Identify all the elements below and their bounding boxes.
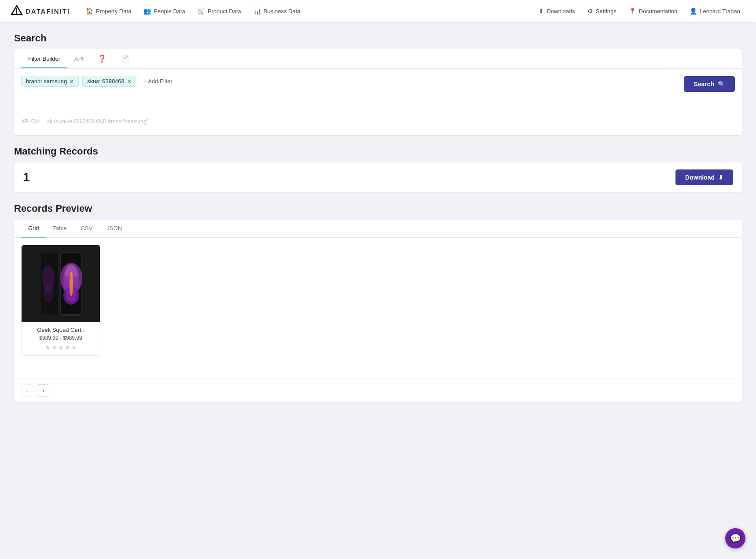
filter-brand: brand: samsung ✕ bbox=[21, 76, 79, 87]
help-icon[interactable]: ❓ bbox=[91, 49, 114, 68]
filter-skus-remove[interactable]: ✕ bbox=[127, 79, 132, 84]
search-card: Filter Builder API ❓ 📄 brand: samsung ✕ … bbox=[14, 49, 742, 135]
product-name: Geek Squad Cert.. bbox=[26, 327, 95, 333]
logo-text: DATAFINITI bbox=[26, 7, 70, 15]
preview-card: Grid Table CSV JSON bbox=[14, 220, 742, 402]
star-1: ★ bbox=[45, 344, 51, 351]
prev-page-button[interactable]: ‹ bbox=[21, 384, 33, 397]
download-nav-icon: ⬇ bbox=[539, 7, 544, 15]
search-button[interactable]: Search 🔍 bbox=[684, 76, 735, 92]
nav-business-data[interactable]: 📊 Business Data bbox=[248, 5, 306, 17]
product-card[interactable]: Geek Squad Cert.. $989.99 - $989.99 ★ ★ … bbox=[21, 245, 100, 356]
next-page-button[interactable]: › bbox=[37, 384, 49, 397]
filter-skus-label: skus: 6390468 bbox=[87, 78, 125, 85]
search-title: Search bbox=[14, 33, 742, 44]
next-page-icon: › bbox=[42, 387, 44, 394]
prev-page-icon: ‹ bbox=[26, 387, 29, 394]
nav-documentation[interactable]: 📍 Documentation bbox=[624, 5, 683, 17]
download-button[interactable]: Download ⬇ bbox=[675, 169, 733, 185]
records-preview-section: Records Preview Grid Table CSV JSON bbox=[14, 203, 742, 402]
star-4: ★ bbox=[65, 344, 70, 351]
home-icon: 🏠 bbox=[86, 7, 93, 15]
product-image-area bbox=[22, 245, 100, 322]
api-call-text: API CALL: skus.value:6390468 AND brand:"… bbox=[21, 118, 735, 128]
preview-body: Geek Squad Cert.. $989.99 - $989.99 ★ ★ … bbox=[14, 238, 742, 379]
document-icon[interactable]: 📄 bbox=[114, 49, 136, 68]
nav-product-data-label: Product Data bbox=[208, 8, 241, 15]
nav-property-data-label: Property Data bbox=[96, 8, 131, 15]
svg-point-12 bbox=[70, 272, 73, 296]
product-image bbox=[36, 250, 87, 318]
pagination: ‹ › bbox=[14, 379, 742, 402]
filter-skus: skus: 6390468 ✕ bbox=[82, 76, 136, 87]
chat-icon: 💬 bbox=[730, 533, 741, 544]
tab-grid[interactable]: Grid bbox=[21, 220, 46, 238]
filters-row-container: brand: samsung ✕ skus: 6390468 ✕ + Add F… bbox=[21, 76, 735, 92]
product-stars: ★ ★ ★ ★ ★ bbox=[26, 344, 95, 351]
nav-docs-label: Documentation bbox=[639, 8, 677, 15]
add-filter-button[interactable]: + Add Filter bbox=[140, 76, 176, 86]
search-button-label: Search bbox=[694, 81, 714, 88]
nav-product-data[interactable]: 🛒 Product Data bbox=[192, 5, 246, 17]
nav-property-data[interactable]: 🏠 Property Data bbox=[81, 5, 136, 17]
search-tabs: Filter Builder API ❓ 📄 bbox=[14, 49, 742, 69]
search-icon: 🔍 bbox=[718, 81, 725, 88]
filters-row: brand: samsung ✕ skus: 6390468 ✕ + Add F… bbox=[21, 76, 176, 87]
download-button-label: Download bbox=[685, 174, 715, 181]
matching-count: 1 bbox=[23, 170, 30, 184]
matching-records-title: Matching Records bbox=[14, 146, 742, 157]
main-nav: 🏠 Property Data 👥 People Data 🛒 Product … bbox=[81, 5, 533, 17]
tab-csv-label: CSV bbox=[81, 225, 93, 232]
nav-people-data[interactable]: 👥 People Data bbox=[138, 5, 191, 17]
nav-people-data-label: People Data bbox=[154, 8, 185, 15]
tab-csv[interactable]: CSV bbox=[74, 220, 100, 238]
logo-icon bbox=[11, 5, 23, 17]
nav-downloads[interactable]: ⬇ Downloads bbox=[533, 5, 580, 17]
tab-grid-label: Grid bbox=[28, 225, 39, 232]
nav-user-label: Leonard Trahan bbox=[700, 8, 740, 15]
preview-tabs: Grid Table CSV JSON bbox=[14, 220, 742, 238]
docs-icon: 📍 bbox=[629, 7, 636, 15]
star-2: ★ bbox=[51, 344, 57, 351]
logo[interactable]: DATAFINITI bbox=[11, 5, 70, 17]
people-icon: 👥 bbox=[143, 7, 151, 15]
chat-button[interactable]: 💬 bbox=[725, 528, 745, 548]
search-body: brand: samsung ✕ skus: 6390468 ✕ + Add F… bbox=[14, 69, 742, 135]
nav-downloads-label: Downloads bbox=[547, 8, 575, 15]
tab-json-label: JSON bbox=[106, 225, 122, 232]
product-grid: Geek Squad Cert.. $989.99 - $989.99 ★ ★ … bbox=[21, 245, 735, 356]
tab-filter-builder-label: Filter Builder bbox=[28, 55, 60, 62]
nav-business-data-label: Business Data bbox=[264, 8, 301, 15]
records-preview-title: Records Preview bbox=[14, 203, 742, 214]
tab-json[interactable]: JSON bbox=[99, 220, 129, 238]
tab-table[interactable]: Table bbox=[46, 220, 74, 238]
download-icon: ⬇ bbox=[718, 174, 723, 181]
navbar-right: ⬇ Downloads ⚙ Settings 📍 Documentation 👤… bbox=[533, 5, 745, 17]
filter-brand-remove[interactable]: ✕ bbox=[70, 79, 74, 84]
star-3: ★ bbox=[58, 344, 64, 351]
matching-records-card: 1 Download ⬇ bbox=[14, 162, 742, 192]
settings-icon: ⚙ bbox=[587, 7, 593, 15]
business-icon: 📊 bbox=[253, 7, 261, 15]
product-info: Geek Squad Cert.. $989.99 - $989.99 ★ ★ … bbox=[22, 322, 100, 355]
product-price: $989.99 - $989.99 bbox=[26, 335, 95, 341]
tab-filter-builder[interactable]: Filter Builder bbox=[21, 50, 67, 68]
tab-table-label: Table bbox=[53, 225, 67, 232]
tab-api-label: API bbox=[74, 55, 84, 62]
filter-brand-label: brand: samsung bbox=[26, 78, 67, 85]
star-5: ★ bbox=[71, 344, 77, 351]
user-icon: 👤 bbox=[690, 7, 697, 15]
nav-settings-label: Settings bbox=[596, 8, 617, 15]
matching-records-section: Matching Records 1 Download ⬇ bbox=[14, 146, 742, 192]
navbar: DATAFINITI 🏠 Property Data 👥 People Data… bbox=[0, 0, 756, 22]
main-content: Search Filter Builder API ❓ 📄 brand: sam… bbox=[0, 22, 756, 412]
nav-user[interactable]: 👤 Leonard Trahan bbox=[684, 5, 745, 17]
cart-icon: 🛒 bbox=[198, 7, 205, 15]
nav-settings[interactable]: ⚙ Settings bbox=[582, 5, 622, 17]
svg-point-14 bbox=[43, 285, 54, 302]
tab-api[interactable]: API bbox=[67, 50, 91, 68]
